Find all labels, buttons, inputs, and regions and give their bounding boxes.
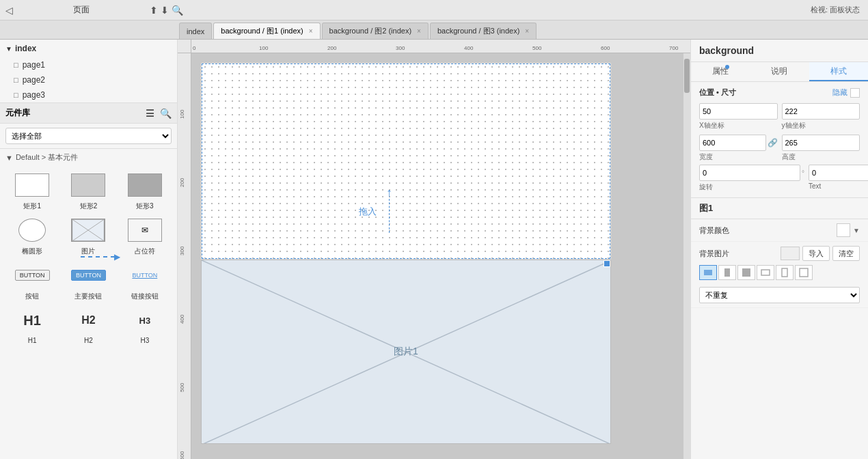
drag-indicator: ▶ — [81, 252, 120, 262]
h1-preview: H1 — [13, 307, 51, 334]
canvas-content: ↑ 拖入 图片1 — [191, 53, 690, 459]
tab-attrs[interactable]: 属性 — [691, 62, 750, 81]
button-shape: BUTTON — [15, 270, 50, 281]
bg-color-swatch[interactable] — [837, 223, 850, 237]
drop-label: 拖入 — [359, 206, 377, 218]
rect1-shape — [15, 173, 49, 197]
page-icon-2: □ — [14, 76, 18, 84]
bg-opt-fit-v[interactable] — [776, 265, 794, 280]
drag-vertical-line — [389, 199, 390, 233]
bg-opt-fit-both[interactable] — [795, 265, 813, 280]
tab-close-3[interactable]: × — [525, 27, 529, 35]
search-component-icon[interactable]: 🔍 — [160, 108, 172, 119]
canvas-area[interactable]: 0 100 200 300 400 500 600 700 100 200 30… — [178, 40, 690, 459]
component-button-link[interactable]: BUTTON 链接按钮 — [118, 262, 172, 301]
width-field: 🔗 宽度 — [699, 135, 778, 162]
component-button-primary[interactable]: BUTTON 主要按钮 — [62, 262, 115, 301]
x-input[interactable]: 50 — [699, 103, 778, 120]
bg-opt-fill-v[interactable] — [718, 265, 736, 280]
scroll-thumb[interactable] — [684, 59, 690, 93]
component-grid: 矩形1 矩形2 矩形3 — [0, 166, 177, 350]
fill-v-icon — [722, 268, 732, 277]
drop-zone-overlay — [202, 64, 610, 259]
oval-preview — [13, 217, 51, 244]
ruler-h-marks: 0 100 200 300 400 500 600 700 — [191, 40, 690, 53]
canvas-image-area[interactable]: 图片1 — [201, 260, 611, 444]
page-item-3[interactable]: □ page3 — [0, 87, 177, 102]
drag-arrow-icon: ▶ — [114, 252, 120, 262]
page-item-1[interactable]: □ page1 — [0, 57, 177, 72]
button-link-shape: BUTTON — [128, 270, 161, 280]
fill-both-icon — [742, 268, 751, 277]
tab-style[interactable]: 样式 — [809, 62, 868, 81]
component-h1[interactable]: H1 H1 — [5, 307, 59, 344]
height-input[interactable] — [782, 135, 860, 151]
component-h3[interactable]: H3 H3 — [118, 307, 172, 344]
tab-close-1[interactable]: × — [309, 27, 313, 35]
bg-opt-fill-h[interactable] — [699, 265, 717, 280]
oval-label: 椭圆形 — [22, 247, 42, 256]
rotation-input[interactable] — [699, 165, 800, 181]
fit-h-icon — [761, 268, 770, 277]
bg-image-header: 背景图片 导入 清空 — [699, 246, 860, 261]
lock-icon[interactable]: 🔗 — [768, 138, 778, 148]
component-rect1[interactable]: 矩形1 — [5, 171, 59, 211]
hide-checkbox[interactable] — [850, 88, 860, 98]
color-dropdown-icon[interactable]: ▼ — [853, 227, 860, 234]
tab-background-index[interactable]: background / 图1 (index) × — [213, 23, 320, 39]
back-icon[interactable]: ◁ — [5, 5, 13, 16]
component-placeholder[interactable]: ✉ 占位符 — [118, 217, 172, 256]
fit-both-icon — [799, 268, 809, 277]
download-icon[interactable]: ⬇ — [161, 5, 169, 16]
pages-header[interactable]: ▼ index — [0, 40, 177, 57]
image-area-label: 图片1 — [394, 346, 418, 358]
tab-background-3[interactable]: background / 图3 (index) × — [430, 23, 537, 39]
pages-title: index — [15, 44, 36, 53]
component-h2[interactable]: H2 H2 — [62, 307, 115, 344]
tab-notes[interactable]: 说明 — [750, 62, 809, 81]
rect2-shape — [71, 173, 105, 197]
bg-opt-fit-h[interactable] — [757, 265, 774, 280]
svg-rect-0 — [72, 219, 105, 241]
search-icon[interactable]: 🔍 — [172, 5, 183, 16]
upload-icon[interactable]: ⬆ — [150, 5, 158, 16]
bg-image-preview[interactable] — [781, 247, 800, 260]
component-rect2[interactable]: 矩形2 — [62, 171, 115, 211]
y-input[interactable] — [782, 103, 860, 120]
canvas-resize-handle[interactable] — [603, 260, 610, 267]
text-rotation-input[interactable] — [809, 165, 868, 181]
page-title-label: 页面 — [16, 4, 147, 16]
placeholder-icon: ✉ — [141, 225, 148, 235]
component-image[interactable]: 图片 ▶ — [62, 217, 115, 256]
component-filter-select[interactable]: 选择全部 — [5, 128, 172, 144]
bg-color-control: ▼ — [837, 223, 860, 237]
button-primary-shape: BUTTON — [71, 270, 106, 281]
bg-opt-fill-both[interactable] — [737, 265, 755, 280]
page-item-2[interactable]: □ page2 — [0, 72, 177, 87]
component-rect3[interactable]: 矩形3 — [118, 171, 172, 211]
drag-up-indicator: ↑ — [386, 186, 392, 233]
repeat-select[interactable]: 不重复 重复 重复X 重复Y — [699, 287, 860, 303]
menu-icon[interactable]: ☰ — [146, 108, 154, 119]
ruler-horizontal: 0 100 200 300 400 500 600 700 — [191, 40, 690, 53]
top-bar-left: ◁ 页面 ⬆ ⬇ 🔍 — [5, 4, 183, 16]
tab-close-2[interactable]: × — [417, 27, 421, 35]
hide-label: 隐藏 — [832, 87, 847, 98]
component-oval[interactable]: 椭圆形 — [5, 217, 59, 256]
bg-image-clear-btn[interactable]: 清空 — [832, 246, 860, 261]
x-field: 50 X轴坐标 — [699, 103, 778, 130]
tab-index[interactable]: index — [179, 23, 212, 39]
tab-background-2[interactable]: background / 图2 (index) × — [322, 23, 429, 39]
rect3-shape — [128, 173, 162, 197]
button-label: 按钮 — [25, 292, 39, 301]
canvas-page-top[interactable]: ↑ 拖入 — [201, 63, 611, 260]
svg-rect-11 — [800, 268, 808, 277]
placeholder-label: 占位符 — [135, 247, 155, 256]
scroll-right[interactable] — [683, 53, 690, 459]
right-panel-header: background — [691, 40, 868, 62]
width-input[interactable] — [699, 135, 766, 151]
bg-image-import-btn[interactable]: 导入 — [802, 246, 830, 261]
drag-up-arrow-icon: ↑ — [386, 186, 392, 199]
element-name: 图1 — [699, 203, 713, 213]
component-button[interactable]: BUTTON 按钮 — [5, 262, 59, 301]
